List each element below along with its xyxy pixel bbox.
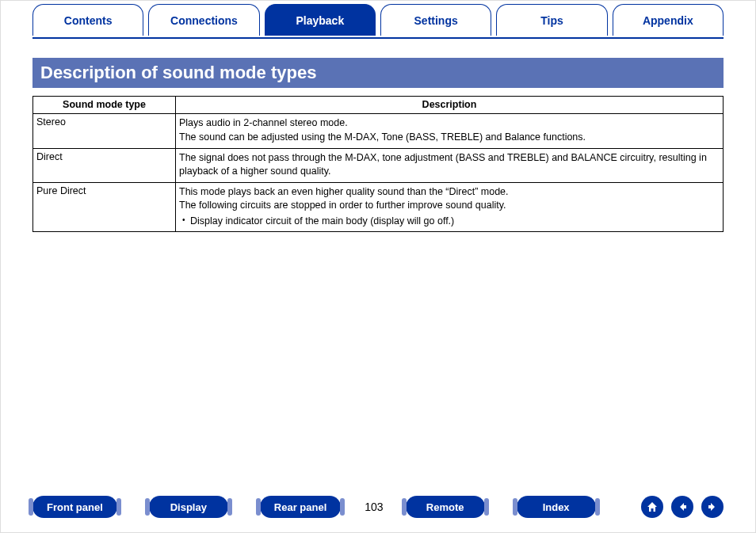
desc-line: The signal does not pass through the M-D… — [179, 151, 720, 178]
prev-page-button[interactable] — [671, 496, 693, 518]
top-tabs: Contents Connections Playback Settings T… — [1, 1, 755, 37]
home-button[interactable] — [641, 496, 663, 518]
page-number: 103 — [365, 501, 383, 513]
arrow-right-icon — [706, 501, 719, 513]
pill-label: Display — [170, 501, 207, 513]
tab-label: Contents — [64, 14, 113, 27]
section-title: Description of sound mode types — [32, 58, 724, 88]
desc-line: The following circuits are stopped in or… — [179, 199, 720, 212]
tab-label: Tips — [540, 14, 563, 27]
tab-settings[interactable]: Settings — [380, 4, 491, 36]
tab-label: Settings — [414, 14, 458, 27]
pill-label: Rear panel — [274, 501, 326, 513]
col-header-desc: Description — [176, 97, 724, 114]
link-front-panel[interactable]: Front panel — [32, 496, 117, 518]
mode-desc: Plays audio in 2-channel stereo mode. Th… — [176, 114, 724, 149]
tab-playback[interactable]: Playback — [265, 4, 376, 36]
mode-desc: This mode plays back an even higher qual… — [176, 182, 724, 232]
pill-label: Remote — [426, 501, 464, 513]
mode-type: Pure Direct — [33, 182, 176, 232]
desc-line: This mode plays back an even higher qual… — [179, 185, 720, 199]
link-remote[interactable]: Remote — [406, 496, 485, 518]
tab-label: Appendix — [643, 14, 693, 27]
arrow-left-icon — [676, 501, 689, 513]
col-header-type: Sound mode type — [33, 97, 176, 114]
table-row: Direct The signal does not pass through … — [33, 148, 724, 182]
tab-connections[interactable]: Connections — [148, 4, 259, 36]
desc-line: The sound can be adjusted using the M-DA… — [179, 131, 720, 144]
link-rear-panel[interactable]: Rear panel — [260, 496, 341, 518]
link-display[interactable]: Display — [149, 496, 228, 518]
nav-icons — [641, 496, 724, 518]
desc-line: Plays audio in 2-channel stereo mode. — [179, 116, 720, 130]
home-icon — [646, 501, 659, 513]
page-content: Description of sound mode types Sound mo… — [1, 39, 755, 232]
pill-label: Front panel — [47, 501, 103, 513]
next-page-button[interactable] — [701, 496, 724, 518]
table-row: Pure Direct This mode plays back an even… — [33, 182, 724, 232]
mode-type: Direct — [33, 148, 176, 182]
link-index[interactable]: Index — [517, 496, 596, 518]
mode-desc: The signal does not pass through the M-D… — [176, 148, 724, 182]
tab-tips[interactable]: Tips — [496, 4, 607, 36]
tab-label: Connections — [170, 14, 238, 27]
desc-bullet: Display indicator circuit of the main bo… — [179, 215, 720, 228]
mode-type: Stereo — [33, 114, 176, 149]
tab-contents[interactable]: Contents — [32, 4, 143, 36]
pill-label: Index — [543, 501, 570, 513]
table-header-row: Sound mode type Description — [33, 97, 724, 114]
tab-label: Playback — [296, 14, 344, 27]
sound-modes-table: Sound mode type Description Stereo Plays… — [32, 96, 724, 232]
tab-appendix[interactable]: Appendix — [613, 4, 724, 36]
table-row: Stereo Plays audio in 2-channel stereo m… — [33, 114, 724, 149]
footer: Front panel Display Rear panel 103 Remot… — [1, 496, 755, 518]
